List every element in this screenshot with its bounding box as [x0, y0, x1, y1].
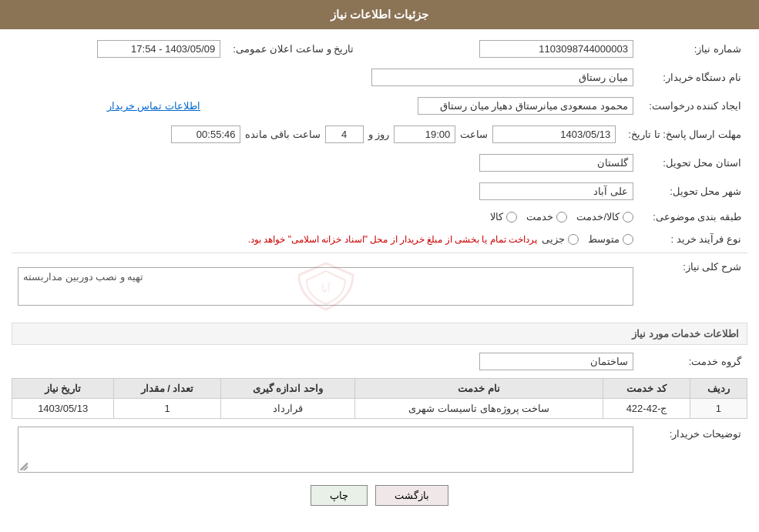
request-number-row: شماره نیاز: 1103098744000003 تاریخ و ساع…: [12, 37, 747, 61]
main-content: شماره نیاز: 1103098744000003 تاریخ و ساع…: [0, 29, 759, 520]
deadline-remaining-label: ساعت باقی مانده: [245, 129, 320, 140]
services-tbody: 1ج-42-422ساخت پروژه‌های تاسیسات شهریقرار…: [12, 399, 747, 419]
description-row: شرح کلی نیاز: تهیه و نصب دوربین مداربسته…: [12, 256, 747, 316]
city-value: علی آباد: [12, 179, 640, 203]
radio-kala[interactable]: [506, 212, 517, 223]
service-group-field: ساختمان: [479, 353, 633, 370]
description-text: تهیه و نصب دوربین مداربسته: [23, 271, 143, 283]
purchase-type-row: نوع فرآیند خرید : متوسط جزیی: [12, 230, 747, 248]
purchase-type-options: متوسط جزیی پرداخت تمام یا بخشی از مبلغ خ…: [12, 230, 640, 248]
province-field: گلستان: [479, 154, 633, 172]
requester-row: ایجاد کننده درخواست: محمود مسعودی میانرس…: [12, 94, 747, 118]
buttons-row: بازگشت چاپ: [12, 485, 747, 506]
requester-label: ایجاد کننده درخواست:: [640, 94, 747, 118]
buyer-notes-label: توضیحات خریدار:: [640, 423, 747, 476]
buyer-notes-row: توضیحات خریدار:: [12, 423, 747, 476]
svg-text:آنا: آنا: [321, 281, 331, 294]
resize-handle: [20, 463, 28, 470]
description-value: تهیه و نصب دوربین مداربسته آنا: [12, 256, 640, 316]
table-row: 1ج-42-422ساخت پروژه‌های تاسیسات شهریقرار…: [12, 399, 747, 419]
col-unit: واحد اندازه گیری: [220, 379, 354, 399]
announce-date-label: تاریخ و ساعت اعلان عمومی:: [227, 37, 360, 61]
purchase-type-motavasset: متوسط: [588, 233, 633, 245]
subject-option-khedmat: خدمت: [526, 211, 567, 223]
deadline-date-field: 1403/05/13: [492, 125, 616, 143]
col-row-num: ردیف: [690, 379, 747, 399]
col-quantity: تعداد / مقدار: [114, 379, 220, 399]
request-number-label: شماره نیاز:: [640, 37, 747, 61]
subject-option-kala-khedmat: کالا/خدمت: [576, 211, 633, 223]
announce-date-value: 1403/05/09 - 17:54: [12, 37, 227, 61]
deadline-date-cell: 1403/05/13 ساعت 19:00 روز و 4 ساعت باقی …: [12, 122, 622, 146]
purchase-type-jozii: جزیی: [542, 233, 579, 245]
requester-field: محمود مسعودی میانرستاق دهیار میان رستاق: [418, 97, 633, 115]
buyer-station-row: نام دستگاه خریدار: میان رستاق: [12, 65, 747, 89]
purchase-type-label: نوع فرآیند خرید :: [640, 230, 747, 248]
deadline-label: مهلت ارسال پاسخ: تا تاریخ:: [622, 122, 747, 146]
request-number-field: 1103098744000003: [479, 40, 633, 58]
deadline-remaining-field: 00:55:46: [171, 125, 240, 143]
radio-motavasset[interactable]: [623, 234, 633, 245]
page-wrapper: جزئیات اطلاعات نیاز شماره نیاز: 11030987…: [0, 0, 759, 532]
buyer-station-value: میان رستاق: [12, 65, 640, 89]
service-group-value: ساختمان: [12, 350, 640, 373]
city-label: شهر محل تحویل:: [640, 179, 747, 203]
deadline-time-label: ساعت: [460, 129, 488, 140]
back-button[interactable]: بازگشت: [375, 485, 448, 506]
announce-date-field: 1403/05/09 - 17:54: [97, 40, 220, 58]
buyer-notes-value: [12, 423, 640, 476]
buyer-notes-field: [18, 427, 633, 473]
subject-label: طبقه بندی موضوعی:: [640, 208, 747, 226]
radio-jozii[interactable]: [568, 234, 579, 245]
radio-khedmat[interactable]: [556, 212, 567, 223]
province-value: گلستان: [12, 151, 640, 175]
subject-row: طبقه بندی موضوعی: کالا/خدمت خدمت: [12, 208, 747, 226]
buyer-station-field: میان رستاق: [371, 69, 633, 86]
service-group-label: گروه خدمت:: [640, 350, 747, 373]
description-label: شرح کلی نیاز:: [640, 256, 747, 316]
print-button[interactable]: چاپ: [311, 485, 368, 506]
city-row: شهر محل تحویل: علی آباد: [12, 179, 747, 203]
subject-options: کالا/خدمت خدمت کالا: [12, 208, 640, 226]
subject-option-kala: کالا: [490, 211, 517, 223]
deadline-row: مهلت ارسال پاسخ: تا تاریخ: 1403/05/13 سا…: [12, 122, 747, 146]
contact-link[interactable]: اطلاعات تماس خریدار: [12, 94, 207, 118]
deadline-time-field: 19:00: [394, 125, 455, 143]
requester-value: محمود مسعودی میانرستاق دهیار میان رستاق: [219, 94, 640, 118]
radio-kala-khedmat[interactable]: [623, 212, 633, 223]
buyer-station-label: نام دستگاه خریدار:: [640, 65, 747, 89]
col-service-code: کد خدمت: [603, 379, 690, 399]
province-label: استان محل تحویل:: [640, 151, 747, 175]
request-number-value: 1103098744000003: [375, 37, 640, 61]
city-field: علی آباد: [479, 182, 633, 200]
page-title: جزئیات اطلاعات نیاز: [0, 0, 759, 29]
province-row: استان محل تحویل: گلستان: [12, 151, 747, 175]
services-table: ردیف کد خدمت نام خدمت واحد اندازه گیری ت…: [12, 378, 747, 419]
deadline-days-label: روز و: [368, 129, 390, 140]
watermark-shield: آنا: [287, 259, 364, 313]
service-group-row: گروه خدمت: ساختمان: [12, 350, 747, 373]
col-service-name: نام خدمت: [355, 379, 603, 399]
purchase-type-note: پرداخت تمام یا بخشی از مبلغ خریدار از مح…: [248, 234, 537, 245]
services-table-header: ردیف کد خدمت نام خدمت واحد اندازه گیری ت…: [12, 379, 747, 399]
services-section-title: اطلاعات خدمات مورد نیاز: [12, 323, 747, 345]
col-date: تاریخ نیاز: [12, 379, 114, 399]
deadline-days-field: 4: [325, 125, 364, 143]
